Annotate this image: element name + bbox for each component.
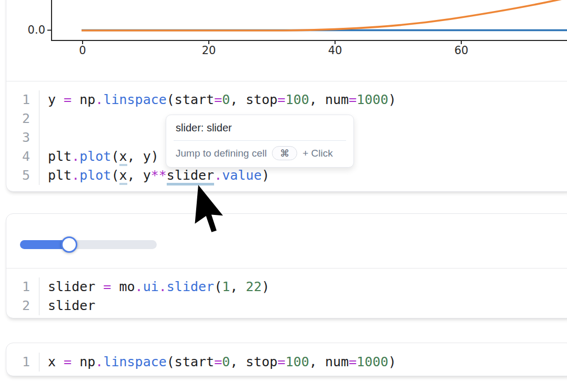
code-token: value [222, 168, 261, 183]
code-token: = [103, 279, 111, 294]
marimo-notebook: { "tooltip": { "title": "slider: slider"… [0, 0, 567, 392]
cell-output-chart [6, 0, 567, 81]
code-line: 5plt.plot(x, y**slider.value) [6, 166, 567, 185]
code-line: 1y = np.linspace(start=0, stop=100, num=… [6, 90, 567, 109]
code-token: = [64, 92, 72, 107]
variable-reference[interactable]: slider [167, 168, 214, 185]
code-token: , [230, 279, 246, 294]
code-token: . [135, 279, 143, 294]
code-token: 0 [222, 92, 230, 107]
code-editor-slider[interactable]: 1slider = mo.ui.slider(1, 22)2slider [6, 268, 567, 318]
code-token: = [214, 354, 222, 369]
code-token: np [72, 92, 95, 107]
line-number: 3 [6, 128, 39, 147]
code-token: = [278, 354, 286, 369]
cell-output-slider [6, 214, 567, 268]
tooltip-action-label: Jump to defining cell [176, 148, 267, 159]
slider-widget[interactable] [20, 232, 163, 257]
code-token: linspace [103, 354, 166, 369]
code-token: 0 [222, 354, 230, 369]
tooltip-click-hint: + Click [302, 148, 333, 159]
code-token: y [48, 92, 64, 107]
code-token: ) [388, 92, 396, 107]
code-token: = [349, 92, 357, 107]
code-token: 22 [246, 279, 261, 294]
code-token: . [72, 149, 79, 164]
code-token: 1000 [357, 354, 388, 369]
code-token: slider [167, 279, 214, 294]
code-token: 1 [222, 279, 230, 294]
code-token: , stop [230, 92, 277, 107]
command-key-badge: ⌘ [272, 146, 297, 160]
line-number: 5 [6, 166, 39, 185]
code-token: (start [167, 92, 214, 107]
tooltip-title: slider: slider [166, 115, 353, 140]
code-token: ( [111, 168, 119, 183]
code-token: ui [143, 279, 159, 294]
code-token: ( [111, 149, 119, 164]
code-token: x [48, 354, 64, 369]
code-token: slider [48, 298, 95, 313]
code-token: ) [388, 354, 396, 369]
code-token: plt [48, 168, 72, 183]
code-token: , num [309, 354, 349, 369]
code-token: = [64, 354, 72, 369]
code-token: ) [261, 279, 269, 294]
variable-reference[interactable]: x [119, 149, 127, 166]
code-token: = [349, 354, 357, 369]
code-token: mo [111, 279, 135, 294]
code-line: 2slider [6, 296, 567, 315]
code-token: = [278, 92, 286, 107]
code-token: 100 [286, 354, 309, 369]
code-token: . [95, 92, 103, 107]
code-token: ( [214, 279, 222, 294]
code-token: (start [167, 354, 214, 369]
code-token: . [214, 168, 222, 183]
code-token: , stop [230, 354, 277, 369]
line-number: 1 [6, 277, 39, 296]
code-token: ** [151, 168, 167, 183]
code-token: . [159, 279, 167, 294]
variable-reference[interactable]: x [119, 168, 127, 185]
code-token: ) [261, 168, 269, 183]
line-number: 4 [6, 147, 39, 166]
code-token: plt [48, 149, 72, 164]
code-editor-x[interactable]: 1x = np.linspace(start=0, stop=100, num=… [6, 343, 567, 376]
code-token: plot [79, 168, 111, 183]
code-token: . [72, 168, 79, 183]
notebook-cell-x: 1x = np.linspace(start=0, stop=100, num=… [6, 343, 567, 376]
code-token: slider [48, 279, 103, 294]
line-number: 2 [6, 296, 39, 315]
code-line: 1x = np.linspace(start=0, stop=100, num=… [6, 353, 567, 372]
code-token: . [95, 354, 103, 369]
line-number: 1 [6, 353, 39, 372]
slider-handle[interactable] [61, 236, 77, 253]
code-token: , y) [127, 149, 159, 164]
code-line: 1slider = mo.ui.slider(1, 22) [6, 277, 567, 296]
line-number: 2 [6, 109, 39, 128]
code-token: linspace [103, 92, 166, 107]
code-token: plot [79, 149, 111, 164]
notebook-cell-slider: 1slider = mo.ui.slider(1, 22)2slider [6, 213, 567, 318]
code-token: = [214, 92, 222, 107]
code-token: np [72, 354, 95, 369]
variable-hover-tooltip: slider: slider Jump to defining cell ⌘ +… [166, 115, 354, 168]
line-number: 1 [6, 90, 39, 109]
code-token: , y [127, 168, 151, 183]
code-token: , num [309, 92, 349, 107]
code-token: 1000 [357, 92, 388, 107]
code-token: 100 [286, 92, 309, 107]
